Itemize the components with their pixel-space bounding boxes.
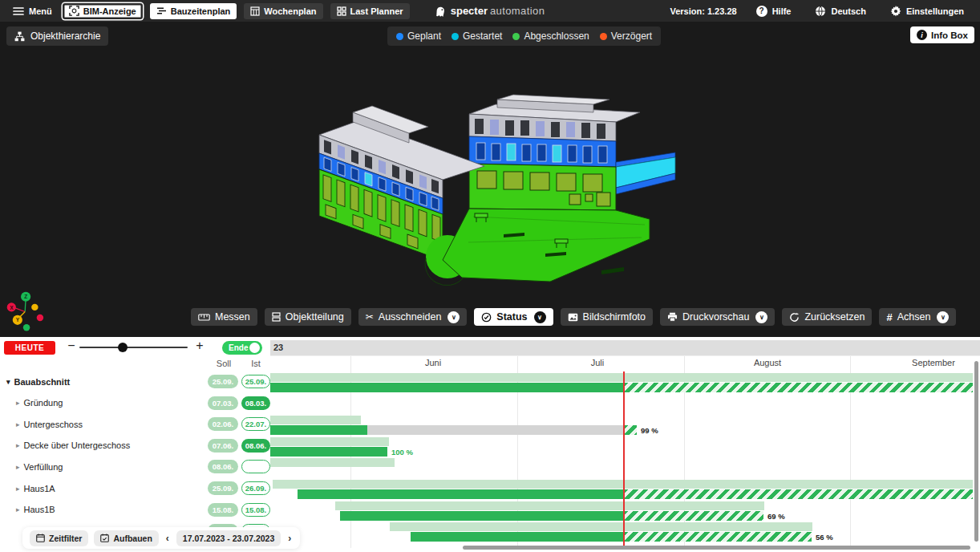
tool-label: Objektteilung [285,311,344,323]
chevron-down-icon[interactable]: ∨ [534,311,546,323]
task-name: Haus1B [24,505,55,514]
legend-item-abgeschlossen: Abgeschlossen [512,30,589,42]
calendar-icon [36,534,45,542]
soll-date-pill: 07.06. [208,439,238,453]
druckvorschau-button[interactable]: Druckvorschau∨ [660,308,775,326]
bildschirmfoto-button[interactable]: Bildschirmfoto [561,308,654,326]
forecast-bar[interactable] [623,489,973,499]
task-row-label[interactable]: ▾Bauabschnitt [0,371,70,392]
chevron-down-icon[interactable]: ∨ [447,311,460,323]
menu-button[interactable]: Menü [10,5,55,18]
ist-date-pill: 22.07. [241,417,270,431]
legend-item-verz-gert: Verzögert [600,30,652,42]
task-row-label[interactable]: ▸Haus1B [0,499,55,521]
ist-date-pill [241,460,270,473]
next-week-button[interactable]: › [286,533,293,544]
task-name: Bauabschnitt [14,377,71,387]
forecast-bar[interactable] [623,511,763,521]
hilfe-button[interactable]: ?Hilfe [751,5,796,18]
nav-wochenplan-button[interactable]: Wochenplan [244,3,322,19]
task-row-label[interactable]: ▸Verfüllung [0,456,63,477]
vertical-scrollbar[interactable] [974,361,978,542]
zoom-slider-knob[interactable] [118,343,128,352]
soll-bar[interactable] [390,522,812,531]
zoom-slider[interactable] [79,341,188,354]
zoom-in-button[interactable]: + [192,339,207,353]
einstellungen-button[interactable]: Einstellungen [885,5,969,18]
orientation-gizmo[interactable]: Z X Y [3,289,63,335]
forecast-bar[interactable] [623,383,973,392]
task-row-label[interactable]: ▸Untergeschoss [0,413,83,435]
remaining-bar[interactable] [367,425,623,435]
reset-icon [789,312,800,323]
status-button[interactable]: Status∨ [474,308,553,326]
soll-bar[interactable] [270,373,973,382]
today-button[interactable]: HEUTE [4,341,55,355]
aufbauen-button[interactable]: Aufbauen [94,530,158,546]
brand-name: specter [451,5,488,17]
messen-button[interactable]: Messen [191,308,257,326]
objektteilung-button[interactable]: Objektteilung [265,308,351,326]
status-icon [481,312,492,323]
aufbauen-label: Aufbauen [113,534,152,543]
bim-model-3d[interactable] [305,88,690,289]
nav-bim-anzeige-button[interactable]: BIM-Anzeige [63,3,143,19]
printer-icon [667,312,678,322]
bim-icon [69,6,79,16]
expand-icon[interactable]: ▸ [16,420,20,428]
info-box-button[interactable]: i Info Box [910,26,974,43]
chevron-down-icon[interactable]: ∨ [755,311,767,323]
globe-icon [815,6,826,17]
tool-label: Status [496,311,527,323]
expand-icon[interactable]: ▸ [16,485,20,493]
version-label: Version: 1.23.28 [670,6,736,16]
soll-bar[interactable] [270,437,389,446]
label: Deutsch [831,6,865,16]
collapse-icon[interactable]: ▾ [6,378,10,386]
ende-toggle[interactable]: Ende [222,341,262,355]
horizontal-scrollbar[interactable] [463,546,970,550]
task-name: Gründung [24,398,63,408]
chevron-down-icon[interactable]: ∨ [937,311,949,323]
calendar-check-icon [100,534,109,542]
chevron-right-icon: › [288,533,291,544]
expand-icon[interactable]: ▸ [16,505,20,513]
nav-bauzeitenplan-button[interactable]: Bauzeitenplan [150,3,237,19]
expand-icon[interactable]: ▸ [16,441,20,449]
zoom-out-button[interactable]: − [64,339,79,353]
task-row-label[interactable]: ▸Gründung [0,392,63,414]
nav-last-planner-button[interactable]: Last Planner [330,3,410,19]
ausschneiden-button[interactable]: ✂Ausschneiden∨ [358,308,468,326]
timeline-footer: Zeitfilter Aufbauen ‹ 17.07.2023 - 23.07… [22,527,300,549]
time-filter-button[interactable]: Zeitfilter [30,530,88,546]
forecast-bar[interactable] [623,425,637,435]
label: Version: 1.23.28 [670,6,736,16]
task-row-label[interactable]: ▸Decke über Untergeschoss [0,435,130,457]
bim-viewport[interactable]: Objekthierarchie GeplantGestartetAbgesch… [0,22,980,337]
ist-bar[interactable] [411,532,623,542]
date-range-button[interactable]: 17.07.2023 - 23.07.2023 [176,530,281,546]
soll-bar[interactable] [270,458,395,467]
task-row-label[interactable]: ▸Haus1A [0,477,55,499]
ist-date-pill: 08.03. [241,396,270,410]
achsen-button[interactable]: #Achsen∨ [879,308,956,326]
ist-bar[interactable] [270,447,387,457]
ist-bar[interactable] [298,489,623,499]
progress-percentage: 69 % [767,512,785,521]
soll-date-pill: 08.06. [208,460,238,473]
soll-bar[interactable] [335,501,764,510]
ist-bar[interactable] [270,425,367,435]
legend-item-gestartet: Gestartet [452,30,502,42]
zur-cksetzen-button[interactable]: Zurücksetzen [782,308,872,326]
ist-bar[interactable] [340,511,623,521]
prev-week-button[interactable]: ‹ [164,533,171,544]
label: Hilfe [772,6,792,16]
expand-icon[interactable]: ▸ [16,463,20,471]
ist-bar[interactable] [270,383,623,392]
expand-icon[interactable]: ▸ [16,399,20,407]
soll-bar[interactable] [270,416,361,424]
forecast-bar[interactable] [623,532,812,542]
deutsch-button[interactable]: Deutsch [810,5,870,18]
object-hierarchy-button[interactable]: Objekthierarchie [6,26,108,46]
table-icon [250,6,260,16]
